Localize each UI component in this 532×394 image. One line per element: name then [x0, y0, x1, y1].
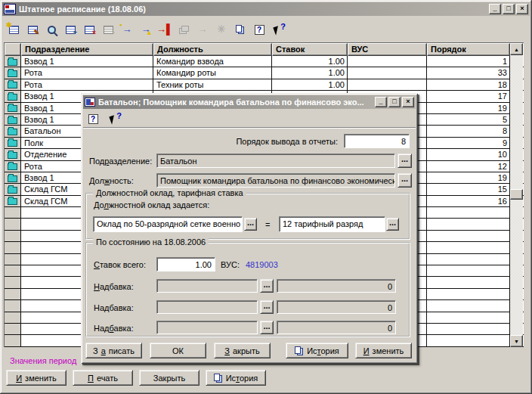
column-header-position[interactable]: Должность: [153, 43, 272, 56]
cell-order: 10: [427, 149, 510, 160]
cell-icon: [5, 172, 21, 183]
cell-order: 19: [427, 103, 510, 113]
main-titlebar[interactable]: Штатное расписание (18.08.06) _ □ ×: [2, 2, 530, 16]
cell-order: 8: [427, 126, 510, 136]
vertical-scrollbar[interactable]: ▲ ▼: [510, 43, 523, 347]
footer-edit-button[interactable]: Изменить: [6, 370, 66, 386]
footer-print-button[interactable]: Печать: [73, 370, 133, 386]
cell-icon: [5, 300, 21, 311]
table-row[interactable]: Взвод 1Командир взвода1.001: [5, 56, 524, 67]
cell-order: [427, 265, 510, 276]
help-icon[interactable]: ?: [252, 23, 267, 36]
table-row[interactable]: РотаТехник роты1.0018: [5, 79, 524, 91]
cell-rate: 1.00: [272, 67, 348, 78]
allowance-3-field[interactable]: [156, 321, 258, 334]
cell-order: [427, 207, 510, 218]
dialog-maximize-button[interactable]: □: [388, 97, 401, 107]
copy-buffer-icon[interactable]: [233, 23, 248, 36]
delete-record-icon[interactable]: ×: [82, 23, 97, 36]
dialog-help-icon[interactable]: ?: [85, 112, 101, 126]
position-browse-button[interactable]: ...: [397, 173, 412, 188]
folder-icon: [8, 163, 17, 170]
allowance-2-field[interactable]: [156, 300, 258, 314]
order-output-input[interactable]: 8: [344, 134, 410, 148]
position-label: Должность:: [89, 176, 134, 185]
column-header-unit[interactable]: Подразделение: [21, 43, 153, 56]
ok-button[interactable]: ОК: [150, 343, 206, 358]
rates-field[interactable]: 1.00: [156, 257, 215, 271]
cell-order: [427, 231, 510, 241]
unit-field[interactable]: Батальон: [156, 154, 395, 168]
close-button[interactable]: ×: [516, 4, 528, 14]
scrollbar-thumb[interactable]: [510, 189, 523, 200]
cell-order: [427, 289, 510, 299]
context-help-icon[interactable]: ?: [271, 23, 286, 36]
cell-order: 5: [427, 114, 510, 125]
cell-icon: [5, 103, 21, 113]
dialog-minimize-button[interactable]: _: [375, 97, 387, 107]
dialog-close-button[interactable]: ×: [402, 97, 414, 107]
scroll-down-button[interactable]: ▼: [510, 335, 523, 347]
move-record-history-icon[interactable]: →▲: [138, 23, 153, 36]
move-record-icon[interactable]: →▪: [119, 23, 135, 36]
state-group: По состоянию на 18.08.2006 Ставок всего:…: [85, 242, 410, 337]
dialog-titlebar[interactable]: Батальон; Помощник командира батальона п…: [83, 95, 416, 109]
move-to-end-icon[interactable]: →▌: [157, 23, 172, 36]
cell-icon: [5, 324, 21, 334]
cell-order: [427, 312, 510, 323]
folder-icon: [8, 70, 17, 77]
salary-type-field[interactable]: Оклад по 50-разрядной сетке военно: [93, 216, 243, 232]
footer-history-button[interactable]: История: [206, 370, 266, 386]
edit-button[interactable]: Изменить: [355, 343, 412, 358]
history-button[interactable]: История: [286, 343, 348, 358]
save-button[interactable]: Записать: [85, 343, 142, 358]
dialog-context-help-icon[interactable]: ?: [107, 112, 122, 126]
add-record-icon[interactable]: +: [63, 23, 78, 36]
column-header-icon: [5, 43, 21, 56]
folder-icon: [8, 105, 17, 112]
vus-label: ВУС:: [221, 260, 240, 269]
scrollbar-track[interactable]: [510, 55, 523, 335]
preview-record-icon[interactable]: [44, 23, 59, 36]
staff-table-header: Подразделение Должность Ставок ВУС Поряд…: [5, 43, 524, 56]
cell-order: 33: [427, 67, 510, 78]
allowance-1-amount[interactable]: 0: [277, 279, 396, 293]
scroll-up-button[interactable]: ▲: [510, 43, 523, 55]
create-record-icon[interactable]: ✱: [6, 23, 21, 36]
unit-label: Подразделение:: [89, 157, 152, 166]
cell-icon: [5, 242, 21, 253]
cell-unit: Рота: [21, 67, 153, 78]
allowance-2-amount[interactable]: 0: [277, 300, 396, 314]
cell-order: 19: [427, 172, 510, 183]
salary-type-browse-button[interactable]: ...: [244, 218, 257, 231]
unit-browse-button[interactable]: ...: [397, 154, 412, 168]
grade-field[interactable]: 12 тарифный разряд: [279, 216, 385, 232]
values-period-label: Значения период: [8, 356, 78, 365]
position-field[interactable]: Помощник командира батальона по финансов…: [156, 173, 395, 188]
cell-icon: [5, 277, 21, 287]
footer-history-label: История: [226, 374, 258, 383]
cell-order: 16: [427, 196, 510, 206]
edit-record-icon[interactable]: ✎: [25, 23, 40, 36]
cell-order: [427, 300, 510, 311]
grade-browse-button[interactable]: ...: [386, 218, 399, 231]
cell-position: Командир роты: [153, 67, 272, 78]
table-row[interactable]: РотаКомандир роты1.0033: [5, 67, 524, 79]
allowance-2-browse-button[interactable]: ...: [260, 300, 274, 314]
minimize-button[interactable]: _: [489, 4, 501, 14]
allowance-1-browse-button[interactable]: ...: [260, 279, 274, 293]
column-header-vus[interactable]: ВУС: [348, 43, 427, 56]
footer-close-button[interactable]: Закрыть: [139, 370, 200, 386]
cell-icon: [5, 138, 21, 148]
column-header-order[interactable]: Порядок: [427, 43, 510, 56]
allowance-3-browse-button[interactable]: ...: [260, 321, 274, 334]
maximize-button[interactable]: □: [503, 4, 515, 14]
close-dialog-button[interactable]: Закрыть: [214, 343, 271, 358]
cell-vus: [348, 79, 427, 90]
allowance-3-amount[interactable]: 0: [277, 321, 396, 334]
column-header-rate[interactable]: Ставок: [272, 43, 348, 56]
allowance-1-field[interactable]: [156, 279, 258, 293]
cell-unit: Взвод 1: [21, 56, 153, 67]
salary-group: Должностной оклад, тарифная ставка Должн…: [85, 193, 410, 240]
cell-icon: [5, 114, 21, 125]
